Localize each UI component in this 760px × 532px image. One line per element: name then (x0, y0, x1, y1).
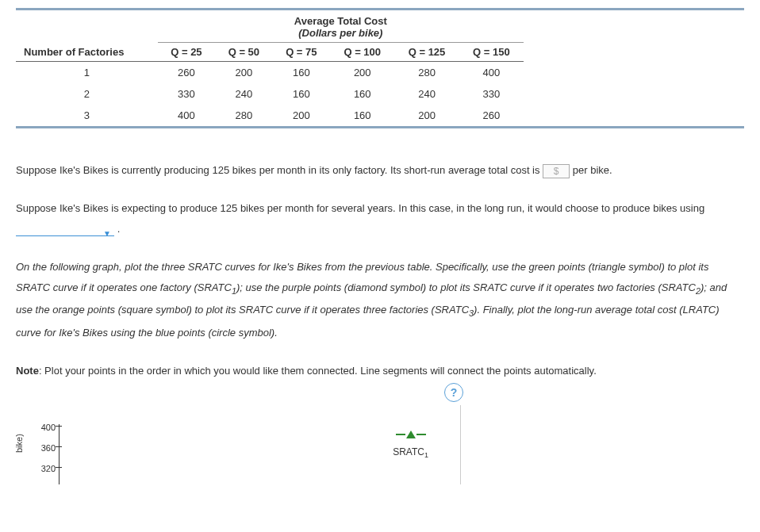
table-row: 3 400 280 200 160 200 260 (16, 105, 524, 126)
y-tick-label: 400 (35, 423, 56, 432)
factories-dropdown[interactable]: ▼ (16, 223, 114, 236)
triangle-icon (393, 427, 428, 442)
graph-canvas[interactable]: ? 400 360 320 bike) SRATC1 (16, 405, 461, 484)
y-axis (59, 424, 59, 484)
note: Note: Plot your points in the order in w… (16, 361, 744, 381)
table-title: Average Total Cost (166, 15, 516, 27)
col-header: Q = 100 (330, 43, 394, 62)
graph-instructions: On the following graph, plot the three S… (16, 257, 744, 343)
question-1: Suppose Ike's Bikes is currently produci… (16, 160, 744, 181)
sratc-answer-input[interactable]: $ (543, 164, 570, 178)
row-header-label: Number of Factories (16, 43, 158, 62)
question-2: Suppose Ike's Bikes is expecting to prod… (16, 198, 744, 239)
y-tick-label: 320 (35, 464, 56, 473)
table-subtitle: (Dollars per bike) (166, 27, 516, 39)
help-button[interactable]: ? (444, 383, 463, 402)
col-header: Q = 75 (273, 43, 330, 62)
col-header: Q = 125 (394, 43, 459, 62)
col-header: Q = 50 (215, 43, 272, 62)
chevron-down-icon: ▼ (103, 229, 111, 238)
cost-table: Average Total Cost (Dollars per bike) Nu… (16, 8, 744, 128)
col-header: Q = 150 (459, 43, 524, 62)
table-row: 2 330 240 160 160 240 330 (16, 83, 524, 105)
y-axis-label: bike) (14, 434, 24, 453)
y-tick-label: 360 (35, 443, 56, 453)
legend-sratc1[interactable]: SRATC1 (393, 427, 428, 459)
col-header: Q = 25 (158, 43, 215, 62)
table-row: 1 260 200 160 200 280 400 (16, 62, 524, 84)
